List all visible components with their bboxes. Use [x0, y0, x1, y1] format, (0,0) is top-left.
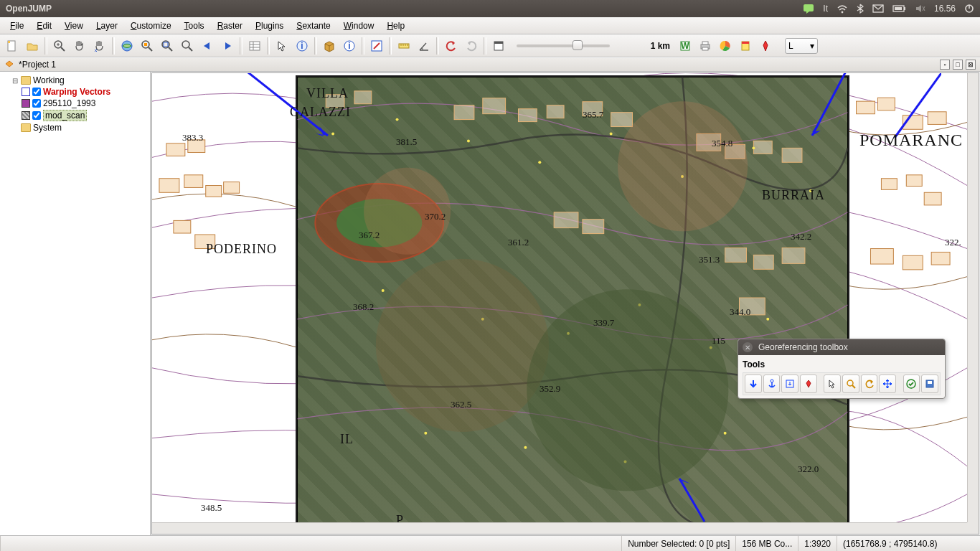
show-info-button[interactable]: i [340, 37, 359, 55]
measure-button[interactable] [395, 37, 413, 55]
tree-layer-modscan[interactable]: mod_scan [22, 109, 149, 122]
separator [267, 37, 270, 55]
tray-bluetooth-icon[interactable] [857, 4, 864, 14]
horizontal-scrollbar[interactable] [152, 522, 967, 534]
tray-clock[interactable]: 16.56 [934, 4, 956, 14]
georef-zoom-button[interactable] [842, 375, 859, 393]
edit-geom-button[interactable] [367, 37, 386, 55]
svg-rect-54 [174, 220, 191, 233]
maximize-button[interactable]: □ [953, 60, 963, 70]
new-button[interactable] [3, 37, 22, 55]
close-icon[interactable]: ✕ [743, 342, 753, 352]
svg-rect-4 [904, 7, 905, 10]
plugin-button-1[interactable]: W [676, 37, 694, 55]
separator [44, 37, 47, 55]
svg-point-92 [752, 146, 755, 149]
zoom-full-button[interactable] [118, 37, 136, 55]
tree-category-working[interactable]: ⊟ Working [11, 75, 149, 86]
style-button[interactable] [756, 37, 775, 55]
menu-file[interactable]: File [4, 19, 29, 32]
tray-wifi-icon[interactable] [837, 4, 848, 14]
georef-titlebar[interactable]: ✕ Georeferencing toolbox [738, 339, 945, 355]
tree-category-system[interactable]: System [11, 122, 149, 133]
output-window-button[interactable] [489, 37, 508, 55]
svg-point-93 [809, 189, 812, 192]
georef-arrow-down-button[interactable] [745, 375, 762, 393]
tree-layer-warping[interactable]: Warping Vectors [22, 86, 149, 98]
tray-power-icon[interactable] [964, 4, 974, 14]
vertical-scrollbar[interactable] [967, 73, 979, 522]
georef-arrow-box-button[interactable] [781, 375, 798, 393]
tree-label: Warping Vectors [43, 87, 110, 97]
chart-button[interactable] [716, 37, 735, 55]
svg-point-1 [842, 11, 844, 14]
tree-label: mod_scan [43, 110, 87, 121]
menu-help[interactable]: Help [381, 19, 410, 32]
tray-battery-icon[interactable] [892, 4, 907, 13]
zoom-next-button[interactable] [218, 37, 237, 55]
fit-selection-button[interactable] [138, 37, 156, 55]
svg-rect-76 [753, 141, 772, 154]
layer-visible-checkbox[interactable] [32, 88, 41, 96]
menu-edit[interactable]: Edit [31, 19, 57, 32]
svg-rect-75 [725, 144, 745, 159]
menu-layer[interactable]: Layer [90, 19, 123, 32]
iconify-button[interactable]: ▫ [940, 60, 950, 70]
print-button[interactable] [696, 37, 715, 55]
layer-visible-checkbox[interactable] [32, 111, 41, 120]
scale-slider[interactable] [517, 44, 610, 47]
menu-plugins[interactable]: Plugins [250, 19, 289, 32]
attribute-table-button[interactable] [245, 37, 264, 55]
menu-customize[interactable]: Customize [125, 19, 177, 32]
info-button[interactable]: i [293, 37, 311, 55]
tray-mail-icon[interactable] [872, 4, 884, 13]
menu-raster[interactable]: Raster [212, 19, 248, 32]
svg-rect-45 [702, 47, 708, 50]
svg-rect-82 [782, 248, 805, 263]
svg-point-94 [382, 289, 385, 292]
scrollbar-corner [967, 522, 979, 534]
fit-layer-button[interactable] [158, 37, 176, 55]
zoom-prev-button[interactable] [198, 37, 217, 55]
georef-pin-button[interactable] [800, 375, 817, 393]
redo-button[interactable] [462, 37, 481, 55]
open-button[interactable] [23, 37, 42, 55]
database-button[interactable] [736, 37, 755, 55]
georeferencing-toolbox[interactable]: ✕ Georeferencing toolbox Tools [738, 339, 946, 399]
georef-select-button[interactable] [824, 375, 841, 393]
scale-slider-thumb[interactable] [573, 40, 583, 50]
measure-angle-button[interactable] [415, 37, 433, 55]
tray-chat-icon[interactable] [803, 4, 814, 14]
package-button[interactable] [320, 37, 339, 55]
status-memory[interactable]: 156 MB Co... [735, 536, 798, 551]
tree-toggle-icon[interactable] [11, 124, 19, 132]
layer-tree[interactable]: ⊟ Working Warping Vectors 295110_1993 [0, 72, 151, 535]
pan-button[interactable] [70, 37, 89, 55]
menu-sextante[interactable]: Sextante [291, 19, 336, 32]
georef-rotate-button[interactable] [861, 375, 878, 393]
close-project-button[interactable]: ⊠ [966, 60, 976, 70]
tree-toggle-icon[interactable]: ⊟ [11, 77, 19, 85]
super-pan-button[interactable] [90, 37, 109, 55]
map-canvas[interactable]: VILLA GALAZZI PODERINO POMARANC BURRAIA … [151, 72, 979, 534]
tray-volume-icon[interactable] [915, 4, 925, 13]
svg-point-23 [182, 41, 189, 48]
georef-apply-button[interactable] [903, 375, 920, 393]
layer-combo[interactable]: L ▾ [785, 38, 818, 54]
zoom-in-button[interactable] [50, 37, 69, 55]
status-scale[interactable]: 1:3920 [798, 536, 837, 551]
svg-point-100 [424, 432, 427, 435]
georef-anchor-button[interactable] [763, 375, 781, 393]
select-button[interactable] [273, 37, 291, 55]
georef-save-button[interactable] [921, 375, 938, 393]
zoom-realtime-button[interactable] [178, 37, 197, 55]
svg-point-103 [724, 432, 727, 435]
layer-visible-checkbox[interactable] [32, 99, 41, 108]
georef-move-button[interactable] [879, 375, 896, 393]
undo-button[interactable] [442, 37, 461, 55]
menu-window[interactable]: Window [338, 19, 380, 32]
tray-lang[interactable]: It [823, 4, 828, 14]
tree-layer-295110[interactable]: 295110_1993 [22, 98, 149, 109]
menu-tools[interactable]: Tools [179, 19, 210, 32]
menu-view[interactable]: View [59, 19, 89, 32]
